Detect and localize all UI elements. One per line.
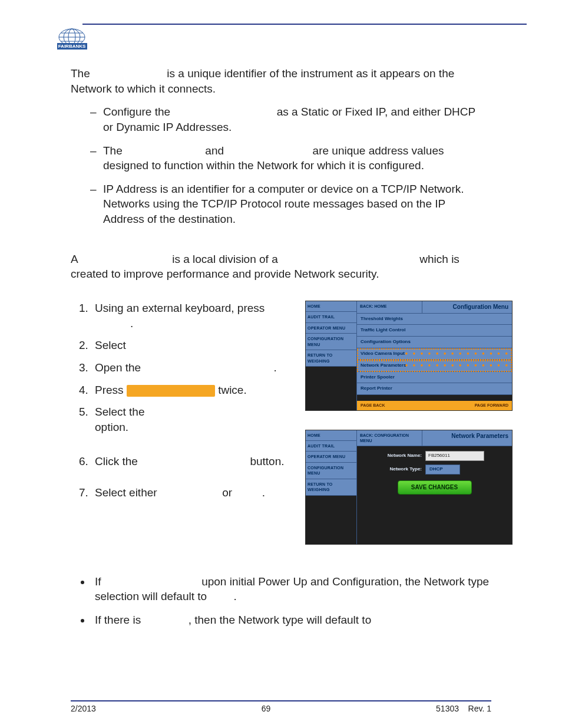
list-item: If upon initial Power Up and Configurati… [91, 574, 491, 604]
text: . [130, 317, 133, 330]
text: The [71, 67, 90, 80]
text: twice. [218, 384, 247, 396]
menu-network-parameters[interactable]: Network Parameters● ● ● ● ● ● ● ● ● ● ● … [357, 360, 512, 372]
text: The [103, 144, 123, 157]
menu-threshold-weights[interactable]: Threshold Weights [357, 314, 512, 325]
network-params-title: Network Parameters [422, 430, 512, 446]
text: button. [250, 455, 284, 467]
screenshot-config-menu: HOME AUDIT TRAIL OPERATOR MENU CONFIGURA… [305, 301, 513, 411]
text: IP Address is an identifier for a comput… [103, 183, 464, 225]
text: . [262, 486, 265, 499]
text: A [71, 253, 78, 265]
svg-text:FAIRBANKS: FAIRBANKS [58, 44, 86, 49]
sidebar-home[interactable]: HOME [306, 430, 356, 441]
network-name-label: Network Name: [363, 453, 422, 459]
step-7: Select either or . [91, 485, 295, 500]
back-config-button[interactable]: BACK: CONFIGURATION MENU [357, 430, 422, 446]
network-name-input[interactable]: FB256011 [425, 451, 484, 461]
sidebar-operator-menu[interactable]: OPERATOR MENU [306, 323, 356, 334]
step-2: Select [91, 338, 295, 353]
step-3: Open the . [91, 360, 295, 375]
step-4: Press twice. [91, 383, 295, 398]
text: , then the Network type will default to [189, 614, 372, 626]
footer-page: 69 [262, 704, 271, 713]
text: . [233, 590, 236, 602]
text: If [95, 575, 101, 588]
text: is a unique identifier of the instrument… [71, 67, 454, 95]
text: Using an external keyboard, press [95, 302, 265, 314]
numbered-steps-cont2: Select either or . [71, 485, 295, 500]
page-forward-button[interactable]: PAGE FORWARD [475, 403, 508, 408]
sidebar-home[interactable]: HOME [306, 301, 356, 312]
back-home-button[interactable]: BACK: HOME [357, 301, 422, 313]
sidebar-configuration-menu[interactable]: CONFIGURATION MENU [306, 463, 356, 479]
brand-logo: FAIRBANKS [56, 27, 88, 56]
step-5: Select the option. [91, 404, 295, 434]
text: option. [95, 421, 128, 433]
text: Select [95, 339, 126, 351]
para-network-id: The is a unique identifier of the instru… [71, 66, 491, 96]
content-area: The is a unique identifier of the instru… [35, 25, 527, 627]
shot1-main: BACK: HOME Configuration Menu Threshold … [357, 301, 512, 410]
numbered-steps: Using an external keyboard, press . Sele… [71, 301, 295, 434]
footer-doc: 51303 Rev. 1 [436, 704, 491, 713]
sidebar-configuration-menu[interactable]: CONFIGURATION MENU [306, 334, 356, 350]
save-changes-button[interactable]: SAVE CHANGES [398, 480, 472, 495]
text: are unique address values designed to fu… [103, 144, 444, 172]
page-footer: 2/2013 69 51303 Rev. 1 [35, 701, 527, 725]
list-item: If there is , then the Network type will… [91, 612, 491, 628]
text: is a local division of a [172, 253, 278, 265]
dash-list: Configure the as a Static or Fixed IP, a… [71, 104, 491, 226]
footer-date: 2/2013 [71, 704, 96, 713]
shot2-main: BACK: CONFIGURATION MENU Network Paramet… [357, 430, 512, 544]
list-item: Configure the as a Static or Fixed IP, a… [103, 104, 491, 134]
config-menu-title: Configuration Menu [422, 301, 512, 313]
list-item: IP Address is an identifier for a comput… [103, 182, 491, 227]
page-back-button[interactable]: PAGE BACK [361, 403, 385, 408]
text: Select the [95, 406, 145, 418]
notes-list: If upon initial Power Up and Configurati… [71, 574, 491, 628]
sidebar-operator-menu[interactable]: OPERATOR MENU [306, 452, 356, 462]
network-type-select[interactable]: DHCP [425, 465, 460, 475]
sidebar-audit-trail[interactable]: AUDIT TRAIL [306, 441, 356, 452]
screenshots-column: HOME AUDIT TRAIL OPERATOR MENU CONFIGURA… [305, 301, 513, 544]
menu-config-options[interactable]: Configuration Options [357, 337, 512, 348]
text: Open the [95, 361, 141, 374]
network-form: Network Name: FB256011 Network Type: DHC… [357, 446, 512, 502]
sidebar-audit-trail[interactable]: AUDIT TRAIL [306, 312, 356, 322]
menu-traffic-light[interactable]: Traffic Light Control [357, 325, 512, 337]
steps-column: Using an external keyboard, press . Sele… [71, 301, 295, 544]
text: or [222, 486, 232, 499]
shot2-sidebar: HOME AUDIT TRAIL OPERATOR MENU CONFIGURA… [306, 430, 357, 544]
text: If there is [95, 614, 141, 626]
text: Click the [95, 455, 138, 467]
text: Configure the [103, 106, 170, 118]
text: . [273, 361, 276, 374]
text: upon initial Power Up and Configuration,… [95, 575, 489, 603]
text: Select either [95, 486, 157, 499]
sidebar-return-weighing[interactable]: RETURN TO WEIGHING [306, 350, 356, 367]
list-item: The and are unique address values design… [103, 143, 491, 173]
network-type-label: Network Type: [363, 466, 422, 473]
step-6: Click the button. [91, 454, 295, 469]
text: and [205, 144, 224, 157]
menu-video-camera[interactable]: Video Camera Input● ● ● ● ● ● ● ● ● ● ● … [357, 348, 512, 360]
para-subnet: A is a local division of a which is crea… [71, 252, 491, 282]
menu-printer-spooler[interactable]: Printer Spooler [357, 372, 512, 384]
screenshot-network-params: HOME AUDIT TRAIL OPERATOR MENU CONFIGURA… [305, 430, 513, 545]
numbered-steps-cont: Click the button. [71, 454, 295, 469]
pager: PAGE BACK PAGE FORWARD [357, 401, 512, 410]
menu-report-printer[interactable]: Report Printer [357, 383, 512, 395]
step-1: Using an external keyboard, press . [91, 301, 295, 331]
sidebar-return-weighing[interactable]: RETURN TO WEIGHING [306, 479, 356, 496]
page-forward-inline-button [127, 385, 215, 397]
shot1-sidebar: HOME AUDIT TRAIL OPERATOR MENU CONFIGURA… [306, 301, 357, 410]
two-column: Using an external keyboard, press . Sele… [71, 301, 491, 544]
text: Press [95, 384, 124, 396]
page: FAIRBANKS The is a unique identifier of … [0, 0, 562, 728]
